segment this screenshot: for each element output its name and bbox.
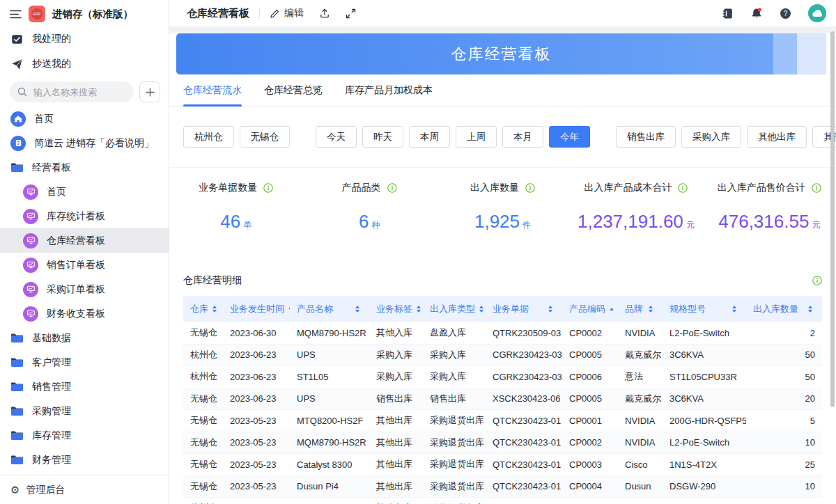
kpi-info-icon[interactable] <box>525 183 535 193</box>
gear-icon: ⚙ <box>10 485 20 495</box>
page-scrollbar <box>830 28 835 503</box>
table-cell: CGRK230423-03 <box>486 349 562 360</box>
table-cell: Cisco <box>618 459 663 470</box>
sidebar-nav-item-0[interactable]: 首页 <box>0 107 169 131</box>
table-cell: Dusun Pi4 <box>290 481 369 491</box>
sidebar-nav-item-9[interactable]: 基础数据 <box>0 326 169 350</box>
sidebar-nav-item-label: 库存管理 <box>32 430 71 442</box>
period-filter-button-3[interactable]: 上周 <box>456 126 497 148</box>
table-cell: CP0005 <box>562 393 618 404</box>
warehouse-filter-button-0[interactable]: 杭州仓 <box>183 126 234 148</box>
period-filter-button-5[interactable]: 今年 <box>549 126 590 148</box>
sidebar-nav-item-3[interactable]: 首页 <box>0 180 169 204</box>
admin-console-button[interactable]: ⚙ 管理后台 <box>0 475 169 504</box>
sidebar-nav-item-5[interactable]: 仓库经营看板 <box>0 228 169 253</box>
table-title: 仓库经营明细 <box>183 274 242 287</box>
table-cell: 无锡仓 <box>183 458 223 471</box>
sidebar-nav-item-label: 基础数据 <box>32 332 71 345</box>
notifications-button[interactable] <box>750 7 763 19</box>
column-header-5[interactable]: 业务单据 <box>486 296 562 322</box>
movement-filter-button-0[interactable]: 销售出库 <box>616 126 676 148</box>
table-cell: 2023-05-23 <box>223 416 290 426</box>
column-header-6[interactable]: 产品编码 <box>562 296 618 322</box>
search-box[interactable] <box>10 81 134 102</box>
table-cell: 2023-05-23 <box>223 437 290 448</box>
table-cell: 其他出库 <box>369 480 423 493</box>
column-header-3[interactable]: 业务标签 <box>369 296 423 322</box>
warehouse-filter-group: 杭州仓无锡仓 <box>183 126 290 148</box>
period-filter-button-4[interactable]: 本月 <box>502 126 543 148</box>
column-header-0[interactable]: 仓库 <box>183 296 223 322</box>
movement-filter-button-1[interactable]: 采购入库 <box>681 126 741 148</box>
kpi-value: 476,316.55元 <box>703 211 836 233</box>
sidebar-nav-item-8[interactable]: 财务收支看板 <box>0 301 169 326</box>
sidebar-nav-item-7[interactable]: 采购订单看板 <box>0 277 169 301</box>
kpi-info-icon[interactable] <box>263 183 273 193</box>
table-cell: QTCK230423-01 <box>486 481 562 491</box>
column-header-2[interactable]: 产品名称 <box>290 296 369 322</box>
fullscreen-button[interactable] <box>346 8 356 19</box>
period-filter-button-2[interactable]: 本周 <box>409 126 450 148</box>
sidebar-quick-item-label: 抄送我的 <box>32 58 71 70</box>
search-input[interactable] <box>32 86 126 98</box>
kpi-value: 1,237,191.60元 <box>569 211 702 233</box>
share-button[interactable] <box>319 8 330 19</box>
kpi-number: 6 <box>359 211 369 232</box>
table-cell: 2023-06-30 <box>223 328 290 338</box>
sidebar-quick-item-0[interactable]: 我处理的 <box>0 26 169 52</box>
banner-title: 仓库经营看板 <box>451 44 552 65</box>
table-cell: 戴克威尔 <box>618 393 663 405</box>
table-cell: 采购入库 <box>369 370 423 383</box>
kpi-label: 出入库产品成本合计 <box>584 182 672 194</box>
movement-filter-button-2[interactable]: 其他出库 <box>747 126 807 148</box>
kpi-number: 476,316.55 <box>718 211 809 232</box>
tab-2[interactable]: 库存产品月加权成本 <box>345 74 433 107</box>
scrollbar-thumb[interactable] <box>830 31 835 407</box>
kpi-label-row: 出入库数量 <box>436 182 569 194</box>
user-avatar[interactable] <box>808 4 826 22</box>
sidebar-nav-item-label: 采购管理 <box>32 405 71 418</box>
sidebar-nav-item-2[interactable]: 经营看板 <box>0 155 169 180</box>
sidebar-nav-item-14[interactable]: 财务管理 <box>0 448 169 472</box>
hamburger-menu-icon[interactable] <box>10 10 22 19</box>
period-filter-button-0[interactable]: 今天 <box>316 126 357 148</box>
dashboard-banner: 仓库经营看板 <box>176 33 826 74</box>
home-icon <box>10 111 26 127</box>
period-filter-button-1[interactable]: 昨天 <box>362 126 403 148</box>
kpi-number: 1,237,191.60 <box>578 211 683 232</box>
edit-button[interactable]: 编辑 <box>270 7 304 19</box>
contacts-button[interactable] <box>722 8 734 19</box>
kpi-info-icon[interactable] <box>812 183 821 193</box>
sidebar-nav-item-13[interactable]: 库存管理 <box>0 423 169 448</box>
table-cell: CGRK230423-03 <box>486 372 562 382</box>
sidebar-nav-item-11[interactable]: 销售管理 <box>0 375 169 399</box>
table-cell: 10 <box>746 437 822 448</box>
kpi-info-icon[interactable] <box>387 183 397 193</box>
help-button[interactable]: ? <box>780 8 791 19</box>
sidebar-nav-item-1[interactable]: 简道云 进销存「必看说明」 <box>0 131 169 155</box>
warehouse-filter-button-1[interactable]: 无锡仓 <box>240 126 291 148</box>
kpi-info-icon[interactable] <box>678 183 688 193</box>
app-logo-icon[interactable]: ERP <box>29 6 45 22</box>
sidebar-quick-item-1[interactable]: 抄送我的 <box>0 52 169 77</box>
add-button[interactable] <box>139 81 160 102</box>
sidebar-nav-item-12[interactable]: 采购管理 <box>0 399 169 423</box>
upload-icon <box>319 8 330 19</box>
column-header-7[interactable]: 品牌 <box>618 296 663 322</box>
tab-0[interactable]: 仓库经营流水 <box>183 74 242 107</box>
topbar-right: ? <box>722 4 826 22</box>
tab-1[interactable]: 仓库经营总览 <box>264 74 323 107</box>
table-cell: ST1L05 <box>290 372 369 382</box>
column-header-8[interactable]: 规格型号 <box>663 296 746 322</box>
sidebar-nav-item-10[interactable]: 客户管理 <box>0 350 169 375</box>
admin-console-label: 管理后台 <box>26 484 65 496</box>
plus-icon <box>146 88 155 97</box>
sidebar-nav-item-4[interactable]: 库存统计看板 <box>0 204 169 228</box>
sidebar-nav-item-6[interactable]: 销售订单看板 <box>0 253 169 277</box>
column-header-4[interactable]: 出入库类型 <box>423 296 486 322</box>
filter-bar: 杭州仓无锡仓 今天昨天本周上周本月今年 销售出库采购入库其他出库其他入库 <box>169 107 836 148</box>
table-cell: MTQ8200-HS2F <box>290 416 369 426</box>
column-header-1[interactable]: 业务发生时间 <box>223 296 290 322</box>
column-header-9[interactable]: 出入库数量 <box>746 296 822 322</box>
table-info-icon[interactable] <box>812 276 822 285</box>
